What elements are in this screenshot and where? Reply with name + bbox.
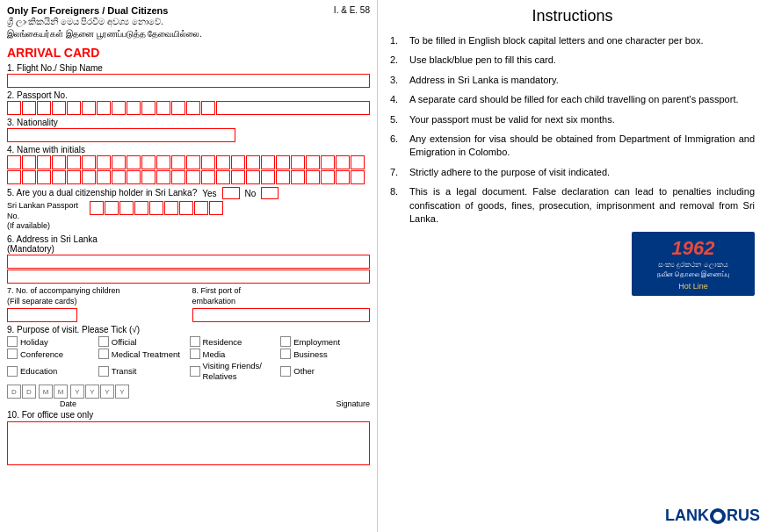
purpose-checkbox-conference[interactable] bbox=[7, 349, 18, 359]
instruction-item-3: 3. Address in Sri Lanka is mandatory. bbox=[390, 74, 755, 87]
arrival-card-title: ARRIVAL CARD bbox=[7, 46, 370, 60]
date-char-m1[interactable]: M bbox=[39, 385, 53, 399]
purpose-checkbox-education[interactable] bbox=[7, 366, 18, 377]
children-port-row: 7. No. of accompanying children (Fill se… bbox=[7, 286, 370, 322]
hotline-text-2: நவீன தொலை இணைப்பு bbox=[640, 270, 746, 279]
passport-char[interactable] bbox=[141, 101, 156, 115]
port-label: 8. First port of embarkation bbox=[192, 286, 371, 306]
instr-text-6: Any extension for visa should be obtaine… bbox=[409, 133, 755, 160]
purpose-checkbox-other[interactable] bbox=[280, 366, 291, 377]
purpose-checkbox-employment[interactable] bbox=[280, 336, 291, 347]
header-sinhala: ශ්‍රී ලාංකිකයිනි මෙය පිරවීම අවශ්‍ය නොවේ.… bbox=[7, 16, 370, 40]
ref-number: I. & E. 58 bbox=[334, 5, 370, 15]
purpose-item: Official bbox=[98, 336, 188, 347]
children-label: 7. No. of accompanying children (Fill se… bbox=[7, 286, 185, 306]
instr-text-3: Address in Sri Lanka is mandatory. bbox=[409, 74, 755, 87]
nationality-input[interactable] bbox=[7, 128, 235, 142]
purpose-item: Holiday bbox=[7, 336, 97, 347]
sl-passport-boxes bbox=[90, 201, 223, 215]
children-left: 7. No. of accompanying children (Fill se… bbox=[7, 286, 185, 322]
children-input[interactable] bbox=[7, 308, 77, 322]
passport-char[interactable] bbox=[156, 101, 170, 115]
date-sig-row: D D M M Y Y Y Y Date Signature bbox=[7, 385, 370, 408]
date-char-m2[interactable]: M bbox=[54, 385, 68, 399]
instruction-item-4: 4. A separate card should be filled for … bbox=[390, 93, 755, 106]
instr-text-8: This is a legal document. False declarat… bbox=[409, 185, 755, 226]
instr-num-5: 5. bbox=[390, 113, 404, 126]
instr-num-7: 7. bbox=[390, 166, 404, 179]
passport-char[interactable] bbox=[67, 101, 81, 115]
flight-field: 1. Flight No./ Ship Name bbox=[7, 63, 370, 88]
port-input[interactable] bbox=[192, 308, 371, 322]
passport-char[interactable] bbox=[22, 101, 36, 115]
passport-char[interactable] bbox=[97, 101, 111, 115]
purpose-checkbox-transit[interactable] bbox=[98, 366, 109, 377]
instr-num-3: 3. bbox=[390, 74, 404, 87]
purpose-checkbox-business[interactable] bbox=[280, 349, 291, 359]
hotline-badge: 1962 සංක්‍ය දූරකථන ලොකය நவீன தொலை இணைப்ப… bbox=[632, 232, 755, 295]
date-boxes: D D M M Y Y Y Y bbox=[7, 385, 129, 399]
dual-label: 5. Are you a dual citizenship holder in … bbox=[7, 188, 197, 198]
flight-input[interactable] bbox=[7, 74, 370, 88]
instr-text-7: Strictly adhere to the purpose of visit … bbox=[409, 166, 755, 179]
address-input-1[interactable] bbox=[7, 255, 370, 269]
purpose-checkbox-visiting[interactable] bbox=[190, 366, 200, 377]
purpose-checkbox-residence[interactable] bbox=[190, 336, 200, 347]
name-field: 4. Name with initials bbox=[7, 145, 370, 184]
office-box[interactable] bbox=[7, 421, 370, 465]
instr-num-6: 6. bbox=[390, 133, 404, 160]
date-area: D D M M Y Y Y Y Date bbox=[7, 385, 129, 408]
no-checkbox[interactable] bbox=[261, 187, 279, 199]
hotline-label: Hot Line bbox=[640, 282, 746, 291]
purpose-item: Transit bbox=[98, 361, 188, 381]
office-label: 10. For office use only bbox=[7, 410, 370, 420]
left-panel: I. & E. 58 Only For Foreigners / Dual Ci… bbox=[0, 0, 378, 532]
purpose-item: Medical Treatment bbox=[98, 349, 188, 359]
yes-checkbox[interactable] bbox=[222, 187, 240, 199]
passport-char[interactable] bbox=[127, 101, 141, 115]
passport-char[interactable] bbox=[82, 101, 96, 115]
purpose-official: Official bbox=[112, 337, 137, 347]
purpose-checkbox-official[interactable] bbox=[98, 336, 109, 347]
header-top: I. & E. 58 Only For Foreigners / Dual Ci… bbox=[7, 5, 370, 40]
instr-num-2: 2. bbox=[390, 54, 404, 67]
passport-char[interactable] bbox=[37, 101, 51, 115]
date-char-d1[interactable]: D bbox=[7, 385, 21, 399]
passport-char-wide[interactable] bbox=[216, 101, 370, 115]
instr-num-1: 1. bbox=[390, 34, 404, 47]
purpose-checkbox-medical[interactable] bbox=[98, 349, 109, 359]
date-char-d2[interactable]: D bbox=[22, 385, 36, 399]
right-panel: Instructions 1. To be filled in English … bbox=[378, 0, 767, 532]
date-char-y1[interactable]: Y bbox=[70, 385, 84, 399]
purpose-other: Other bbox=[293, 366, 315, 376]
date-char-y2[interactable]: Y bbox=[85, 385, 99, 399]
purpose-item: Employment bbox=[280, 336, 370, 347]
header-line1: Only For Foreigners / Dual Citizens bbox=[7, 5, 370, 16]
instr-text-5: Your passport must be valid for next six… bbox=[409, 113, 755, 126]
passport-char[interactable] bbox=[201, 101, 215, 115]
instruction-item-2: 2. Use black/blue pen to fill this card. bbox=[390, 54, 755, 67]
hotline-text-1: සංක්‍ය දූරකථන ලොකය bbox=[640, 260, 746, 270]
passport-label: 2. Passport No. bbox=[7, 90, 370, 100]
signature-label: Signature bbox=[133, 399, 370, 408]
purpose-item: Business bbox=[280, 349, 370, 359]
passport-char[interactable] bbox=[7, 101, 21, 115]
date-char-y3[interactable]: Y bbox=[100, 385, 114, 399]
passport-char[interactable] bbox=[171, 101, 185, 115]
passport-char[interactable] bbox=[186, 101, 200, 115]
logo-rus: RUS bbox=[727, 507, 760, 524]
passport-char[interactable] bbox=[52, 101, 66, 115]
flight-label: 1. Flight No./ Ship Name bbox=[7, 63, 370, 73]
passport-boxes bbox=[7, 101, 370, 115]
instruction-item-8: 8. This is a legal document. False decla… bbox=[390, 185, 755, 226]
passport-char[interactable] bbox=[112, 101, 126, 115]
address-input-2[interactable] bbox=[7, 270, 370, 284]
purpose-checkbox-holiday[interactable] bbox=[7, 336, 18, 347]
sl-passport-row: Sri Lankan Passport No. (If available) bbox=[7, 201, 370, 232]
purpose-checkbox-media[interactable] bbox=[190, 349, 200, 359]
date-char-y4[interactable]: Y bbox=[115, 385, 129, 399]
passport-field: 2. Passport No. bbox=[7, 90, 370, 115]
address-field: 6. Address in Sri Lanka (Mandatory) bbox=[7, 234, 370, 284]
purpose-label: 9. Purpose of visit. Please Tick (√) bbox=[7, 325, 370, 334]
purpose-item: Residence bbox=[190, 336, 279, 347]
